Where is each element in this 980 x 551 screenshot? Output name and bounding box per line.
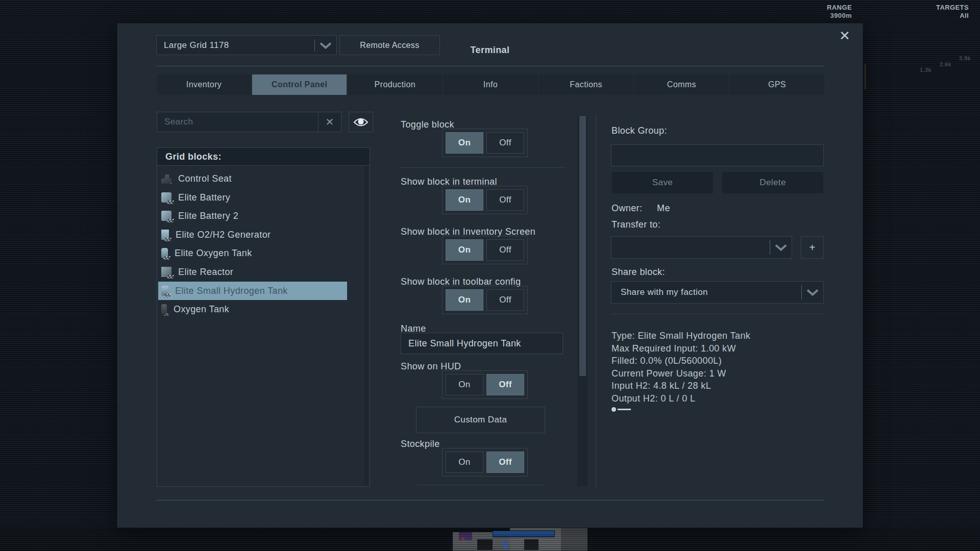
grid-blocks-header: Grid blocks: — [157, 148, 370, 166]
name-input[interactable] — [401, 333, 562, 354]
terminal-window: ✕ Large Grid 1178 Remote Access Terminal… — [117, 23, 863, 528]
detail-output-h2: Output H2: 0 L / 0 L — [611, 392, 821, 405]
close-icon[interactable]: ✕ — [837, 30, 852, 43]
panel-separator — [596, 115, 596, 487]
game-screen: RANGE 3900m TARGETS All 3.9k 2.6k 1.3k ✕… — [0, 0, 980, 551]
hud-range-value: 3900m — [786, 12, 852, 20]
search-clear-icon[interactable]: ✕ — [318, 112, 341, 132]
list-item-elite-reactor[interactable]: Elite Reactor — [158, 263, 347, 281]
grid-selector-value: Large Grid 1178 — [164, 40, 229, 51]
search-field: ✕ — [157, 112, 341, 132]
stockpile-switch: On Off — [442, 448, 528, 477]
add-owner-button[interactable]: + — [801, 236, 824, 259]
owner-label: Owner: — [611, 203, 642, 214]
section-divider — [418, 485, 545, 485]
list-item-elite-o2h2-generator[interactable]: Elite O2/H2 Generator — [158, 226, 347, 244]
oxygen-tank-icon — [161, 304, 167, 314]
grid-selector-dropdown[interactable]: Large Grid 1178 — [156, 35, 337, 55]
list-item-oxygen-tank[interactable]: Oxygen Tank — [158, 300, 347, 318]
toggle-block-switch: On Off — [442, 129, 528, 157]
chevron-down-icon — [774, 244, 788, 252]
hud-range-marker: 2.6k — [940, 61, 951, 67]
hud-range: RANGE 3900m — [786, 4, 852, 20]
hud-targets-label: TARGETS — [902, 4, 969, 12]
save-button[interactable]: Save — [612, 172, 713, 193]
share-block-value: Share with my faction — [621, 287, 708, 297]
ship-wreck-image — [448, 528, 587, 551]
tab-comms[interactable]: Comms — [634, 74, 729, 95]
stockpile-off-button[interactable]: Off — [486, 452, 524, 473]
list-scrollbar[interactable] — [364, 166, 369, 485]
custom-data-button[interactable]: Custom Data — [416, 407, 545, 433]
o2h2-generator-icon — [161, 230, 169, 240]
list-item-elite-battery[interactable]: Elite Battery — [158, 188, 347, 207]
transfer-to-dropdown[interactable] — [611, 236, 792, 259]
hud-range-marker: 3.9k — [959, 55, 971, 61]
show-hud-off-button[interactable]: Off — [486, 374, 524, 395]
chevron-down-icon — [319, 41, 332, 49]
list-item-elite-oxygen-tank[interactable]: Elite Oxygen Tank — [158, 244, 347, 262]
tab-bar: Inventory Control Panel Production Info … — [157, 74, 824, 95]
show-hidden-blocks-button[interactable] — [349, 112, 373, 132]
delete-button[interactable]: Delete — [722, 172, 823, 193]
battery-icon — [161, 192, 172, 203]
toggle-block-off-button[interactable]: Off — [486, 132, 524, 154]
detail-power-usage: Current Power Usage: 1 W — [611, 367, 821, 380]
share-block-dropdown[interactable]: Share with my faction — [611, 281, 824, 304]
hydrogen-tank-icon — [161, 286, 168, 296]
page-title: Terminal — [439, 45, 541, 56]
hud-range-marker: 1.3k — [920, 67, 932, 73]
footer-divider — [156, 500, 824, 500]
grid-blocks-list: Grid blocks: Control Seat Elite Battery … — [157, 147, 370, 487]
fill-progress-indicator — [611, 407, 631, 412]
tab-info[interactable]: Info — [443, 74, 537, 95]
hud-tick-mark — [865, 64, 866, 89]
show-inventory-off-button[interactable]: Off — [486, 239, 524, 261]
tab-factions[interactable]: Factions — [539, 74, 633, 95]
header-divider — [156, 66, 824, 66]
owner-value: Me — [657, 203, 670, 214]
hud-targets-value: All — [902, 12, 969, 20]
share-block-label: Share block: — [611, 267, 665, 278]
list-item-control-seat[interactable]: Control Seat — [158, 169, 347, 188]
show-hud-on-button[interactable]: On — [446, 374, 483, 395]
details-divider — [611, 314, 824, 314]
show-inventory-on-button[interactable]: On — [446, 239, 483, 261]
show-inventory-switch: On Off — [442, 236, 528, 264]
block-group-field — [611, 144, 824, 166]
block-details: Type: Elite Small Hydrogen Tank Max Requ… — [611, 330, 821, 405]
block-group-input[interactable] — [611, 145, 823, 166]
list-item-elite-small-hydrogen-tank[interactable]: Elite Small Hydrogen Tank — [158, 282, 347, 300]
tab-inventory[interactable]: Inventory — [157, 74, 251, 95]
stockpile-on-button[interactable]: On — [446, 452, 483, 473]
tab-gps[interactable]: GPS — [730, 74, 824, 95]
toggle-block-on-button[interactable]: On — [446, 132, 483, 154]
tab-production[interactable]: Production — [348, 74, 442, 95]
show-toolbar-off-button[interactable]: Off — [486, 289, 524, 311]
hud-targets: TARGETS All — [902, 4, 969, 20]
list-item-elite-battery-2[interactable]: Elite Battery 2 — [158, 207, 347, 225]
show-hud-switch: On Off — [442, 370, 528, 399]
detail-input-h2: Input H2: 4.8 kL / 28 kL — [611, 380, 821, 392]
control-seat-icon — [161, 173, 172, 184]
plus-icon: + — [809, 242, 815, 254]
progress-track — [618, 409, 631, 410]
panel-scrollbar-thumb[interactable] — [579, 116, 586, 376]
hud-range-label: RANGE — [786, 4, 852, 12]
transfer-to-label: Transfer to: — [611, 219, 660, 230]
show-terminal-on-button[interactable]: On — [446, 189, 483, 211]
stockpile-label: Stockpile — [401, 439, 440, 449]
wreck-blue-screen — [493, 531, 555, 537]
detail-type: Type: Elite Small Hydrogen Tank — [611, 330, 821, 342]
show-toolbar-on-button[interactable]: On — [446, 289, 483, 311]
progress-dot — [611, 407, 616, 412]
oxygen-tank-icon — [161, 248, 168, 258]
search-input[interactable] — [157, 112, 341, 132]
remote-access-button[interactable]: Remote Access — [339, 35, 440, 55]
block-group-label: Block Group: — [611, 126, 667, 136]
eye-icon — [353, 117, 369, 127]
show-terminal-off-button[interactable]: Off — [486, 189, 524, 211]
tab-control-panel[interactable]: Control Panel — [252, 74, 347, 95]
chevron-down-icon — [806, 289, 819, 296]
battery-icon — [161, 211, 172, 221]
